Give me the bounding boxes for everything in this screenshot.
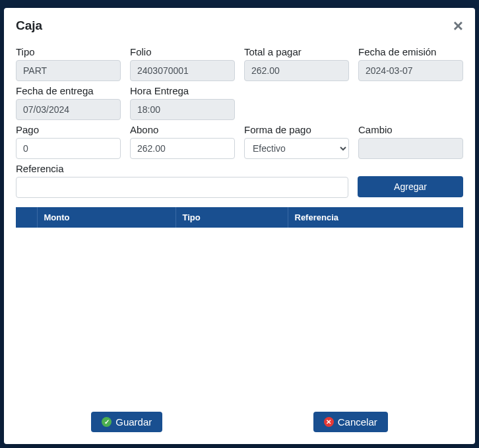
pago-input[interactable] <box>16 138 121 159</box>
table-header-monto: Monto <box>37 207 176 228</box>
folio-label: Folio <box>130 46 235 57</box>
cancelar-button[interactable]: ✕ Cancelar <box>313 412 388 432</box>
pago-label: Pago <box>16 124 121 135</box>
x-icon: ✕ <box>324 417 334 427</box>
table-header-action <box>16 207 37 228</box>
modal-body: Tipo Folio Total a pagar Fecha de emisió… <box>4 42 475 401</box>
fecha-emision-label: Fecha de emisión <box>358 46 463 57</box>
check-icon: ✓ <box>102 417 112 427</box>
referencia-input[interactable] <box>16 177 348 198</box>
total-field <box>244 60 349 81</box>
payments-table: Monto Tipo Referencia <box>16 207 463 228</box>
abono-label: Abono <box>130 124 235 135</box>
table-header-referencia: Referencia <box>288 207 463 228</box>
hora-entrega-field <box>130 99 235 120</box>
modal-header: Caja × <box>4 8 475 42</box>
fecha-entrega-label: Fecha de entrega <box>16 85 121 96</box>
modal-title: Caja <box>16 18 42 33</box>
fecha-entrega-field <box>16 99 121 120</box>
abono-input[interactable] <box>130 138 235 159</box>
tipo-label: Tipo <box>16 46 121 57</box>
tipo-field <box>16 60 121 81</box>
cancelar-label: Cancelar <box>338 416 377 428</box>
folio-field <box>130 60 235 81</box>
forma-pago-label: Forma de pago <box>244 124 349 135</box>
cambio-label: Cambio <box>358 124 463 135</box>
forma-pago-select[interactable]: Efectivo <box>244 138 349 159</box>
hora-entrega-label: Hora Entrega <box>130 85 235 96</box>
agregar-button[interactable]: Agregar <box>358 176 463 197</box>
close-icon[interactable]: × <box>453 17 463 34</box>
fecha-emision-field <box>358 60 463 81</box>
table-header-tipo: Tipo <box>176 207 288 228</box>
guardar-label: Guardar <box>115 416 152 428</box>
total-label: Total a pagar <box>244 46 349 57</box>
cambio-field <box>358 138 463 159</box>
caja-modal: Caja × Tipo Folio Total a pagar Fecha de… <box>4 8 475 444</box>
guardar-button[interactable]: ✓ Guardar <box>91 412 162 432</box>
referencia-label: Referencia <box>16 163 348 174</box>
table-empty-area <box>16 228 463 401</box>
modal-footer: ✓ Guardar ✕ Cancelar <box>4 401 475 444</box>
